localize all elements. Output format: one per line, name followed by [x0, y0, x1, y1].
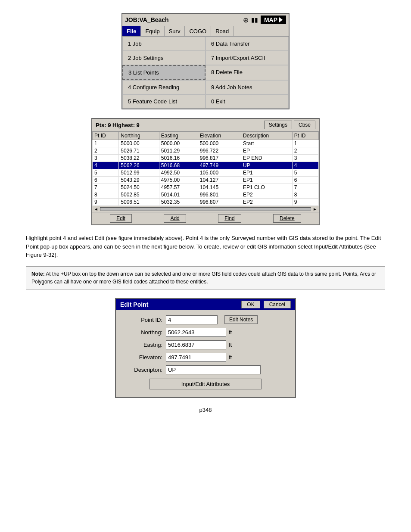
- menu-file[interactable]: File: [122, 26, 141, 36]
- table-row[interactable]: 15000.005000.00500.000Start1: [93, 140, 319, 147]
- menu-cell-2jobsettings[interactable]: 2 Job Settings: [122, 51, 206, 65]
- unit-elevaton: ft: [229, 354, 232, 361]
- label-elevaton: Elevaton:: [123, 354, 166, 361]
- find-button[interactable]: Find: [218, 214, 241, 223]
- ok-button[interactable]: OK: [241, 301, 260, 308]
- unit-northng: ft: [229, 329, 232, 336]
- page-number: p348: [9, 407, 402, 413]
- note-label: Note:: [31, 271, 45, 277]
- menu-cogo[interactable]: COGO: [185, 26, 211, 36]
- pts-scrollbar[interactable]: ◄ ►: [92, 206, 319, 212]
- input-descripton[interactable]: [166, 365, 261, 374]
- menu-cell-5featurecodelist[interactable]: 5 Feature Code List: [122, 94, 206, 109]
- menu-cell-3listpoints[interactable]: 3 List Points: [122, 65, 206, 80]
- pts-list-widget: Pts: 9 Highest: 9 Settings Cbse Pt ID No…: [91, 118, 320, 225]
- menu-road[interactable]: Road: [211, 26, 234, 36]
- note-box: Note: At the +UP box on top the down arr…: [26, 266, 385, 289]
- col-easting: Easting: [159, 132, 198, 140]
- input-edit-attributes-button[interactable]: Input/Edit Attributes: [149, 379, 262, 389]
- pts-header-title: Pts: 9 Highest: 9: [96, 122, 140, 128]
- top-menu-widget: JOB:VA_Beach ⊕ ▮▮ MAP File Equip Surv CO…: [121, 13, 290, 109]
- edit-row-pointid: Point ID: Edit Notes: [123, 315, 288, 324]
- menu-cell-1job[interactable]: 1 Job: [122, 37, 206, 51]
- menu-cell-0exit[interactable]: 0 Exit: [206, 94, 289, 109]
- label-pointid: Point ID:: [123, 317, 166, 323]
- top-menubar: File Equip Surv COGO Road: [122, 26, 289, 37]
- pts-header: Pts: 9 Highest: 9 Settings Cbse: [92, 119, 319, 131]
- edit-titlebar: Edit Point OK Cancel: [116, 299, 295, 310]
- scroll-right-icon[interactable]: ►: [311, 207, 319, 212]
- edit-button[interactable]: Edit: [110, 214, 132, 223]
- col-description: Description: [241, 132, 293, 140]
- edit-notes-button[interactable]: Edit Notes: [224, 315, 258, 324]
- scroll-left-icon[interactable]: ◄: [92, 207, 100, 212]
- edit-point-widget: Edit Point OK Cancel Point ID: Edit Note…: [115, 298, 296, 398]
- edit-row-elevaton: Elevaton: ft: [123, 353, 288, 362]
- edit-body: Point ID: Edit Notes Northng: ft Eastng:…: [116, 310, 295, 397]
- menu-grid: 1 Job 6 Data Transfer 2 Job Settings 7 I…: [122, 37, 289, 109]
- input-pointid[interactable]: [166, 315, 218, 324]
- edit-row-descripton: Descripton:: [123, 365, 288, 374]
- table-row[interactable]: 45062.265016.68497.749UP4: [93, 162, 319, 169]
- label-descripton: Descripton:: [123, 367, 166, 373]
- signal-icon: ▮▮: [251, 16, 258, 23]
- scrollbar-track[interactable]: [100, 207, 311, 211]
- close-button[interactable]: Cbse: [294, 121, 315, 129]
- map-arrow-icon: [279, 17, 283, 22]
- menu-cell-6datatransfer[interactable]: 6 Data Transfer: [206, 37, 289, 51]
- body-text: Highlight point 4 and select Edit (see f…: [26, 234, 385, 259]
- table-row[interactable]: 35038.225016.16996.817EP END3: [93, 155, 319, 162]
- pts-header-buttons: Settings Cbse: [264, 121, 315, 129]
- edit-row-northng: Northng: ft: [123, 328, 288, 337]
- menu-cell-9addjobnotes[interactable]: 9 Add Job Notes: [206, 80, 289, 94]
- pts-footer: Edit Add Find Delete: [92, 212, 319, 224]
- table-row[interactable]: 85002.855014.01996.801EP28: [93, 191, 319, 199]
- compass-icon: ⊕: [243, 16, 249, 24]
- map-badge[interactable]: MAP: [261, 16, 286, 24]
- table-row[interactable]: 55012.994992.50105.000EP15: [93, 169, 319, 177]
- add-button[interactable]: Add: [164, 214, 186, 223]
- input-elevaton[interactable]: [166, 353, 226, 362]
- label-eastng: Eastng:: [123, 342, 166, 348]
- edit-widget-title: Edit Point: [120, 301, 148, 308]
- table-row[interactable]: 65043.294975.00104.127EP16: [93, 177, 319, 184]
- table-row[interactable]: 75024.504957.57104.145EP1 CLO7: [93, 184, 319, 191]
- menu-surv[interactable]: Surv: [165, 26, 185, 36]
- menu-cell-4configurereading[interactable]: 4 Configure Reading: [122, 80, 206, 94]
- edit-row-eastng: Eastng: ft: [123, 340, 288, 349]
- unit-eastng: ft: [229, 342, 232, 348]
- table-row[interactable]: 95006.515032.35996.807EP29: [93, 199, 319, 206]
- menu-equip[interactable]: Equip: [141, 26, 164, 36]
- col-northing: Northing: [119, 132, 159, 140]
- label-northng: Northng:: [123, 329, 166, 336]
- edit-titlebar-buttons: OK Cancel: [241, 301, 291, 308]
- col-ptid2: Pt ID: [292, 132, 318, 140]
- delete-button[interactable]: Delete: [273, 214, 301, 223]
- settings-button[interactable]: Settings: [264, 121, 292, 129]
- cancel-button[interactable]: Cancel: [264, 301, 291, 308]
- col-ptid: Pt ID: [93, 132, 119, 140]
- table-row[interactable]: 25026.715011.29996.722EP2: [93, 147, 319, 155]
- menu-cell-8deletefile[interactable]: 8 Delete File: [206, 65, 289, 80]
- col-elevation: Elevation: [198, 132, 241, 140]
- top-titlebar: JOB:VA_Beach ⊕ ▮▮ MAP: [122, 14, 289, 26]
- job-title: JOB:VA_Beach: [125, 16, 169, 23]
- pts-table: Pt ID Northing Easting Elevation Descrip…: [92, 131, 319, 206]
- input-northng[interactable]: [166, 328, 226, 337]
- input-eastng[interactable]: [166, 340, 226, 349]
- note-content: At the +UP box on top the down arrow can…: [31, 271, 376, 285]
- menu-cell-7importexport[interactable]: 7 Import/Export ASCII: [206, 51, 289, 65]
